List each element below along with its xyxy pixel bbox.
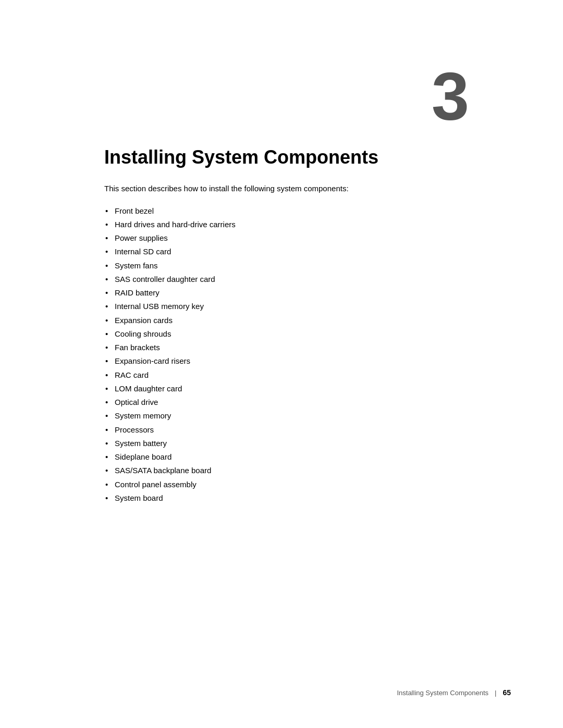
footer-page-number: 65 bbox=[503, 688, 511, 697]
bullet-list: Front bezelHard drives and hard-drive ca… bbox=[104, 204, 469, 505]
list-item: SAS controller daughter card bbox=[104, 273, 469, 286]
footer-section-label: Installing System Components bbox=[397, 689, 488, 697]
list-item: Control panel assembly bbox=[104, 478, 469, 491]
list-item: Fan brackets bbox=[104, 341, 469, 354]
list-item: Expansion cards bbox=[104, 314, 469, 327]
list-item: LOM daughter card bbox=[104, 382, 469, 396]
list-item: System battery bbox=[104, 437, 469, 450]
list-item: Optical drive bbox=[104, 396, 469, 409]
list-item: RAC card bbox=[104, 368, 469, 382]
list-item: Expansion-card risers bbox=[104, 354, 469, 368]
list-item: Front bezel bbox=[104, 204, 469, 218]
footer-separator: | bbox=[495, 689, 496, 697]
page-container: 3 Installing System Components This sect… bbox=[0, 0, 563, 728]
list-item: Processors bbox=[104, 423, 469, 437]
list-item: RAID battery bbox=[104, 286, 469, 300]
list-item: Hard drives and hard-drive carriers bbox=[104, 218, 469, 231]
list-item: Cooling shrouds bbox=[104, 327, 469, 341]
list-item: Sideplane board bbox=[104, 450, 469, 464]
page-footer: Installing System Components | 65 bbox=[0, 688, 563, 697]
list-item: System board bbox=[104, 491, 469, 505]
list-item: System fans bbox=[104, 259, 469, 273]
list-item: Internal USB memory key bbox=[104, 300, 469, 313]
list-item: Internal SD card bbox=[104, 245, 469, 258]
list-item: System memory bbox=[104, 409, 469, 423]
chapter-title: Installing System Components bbox=[104, 146, 469, 168]
chapter-number: 3 bbox=[432, 63, 469, 130]
content-area: Installing System Components This sectio… bbox=[104, 146, 469, 505]
intro-text: This section describes how to install th… bbox=[104, 183, 469, 195]
list-item: SAS/SATA backplane board bbox=[104, 464, 469, 477]
list-item: Power supplies bbox=[104, 231, 469, 245]
